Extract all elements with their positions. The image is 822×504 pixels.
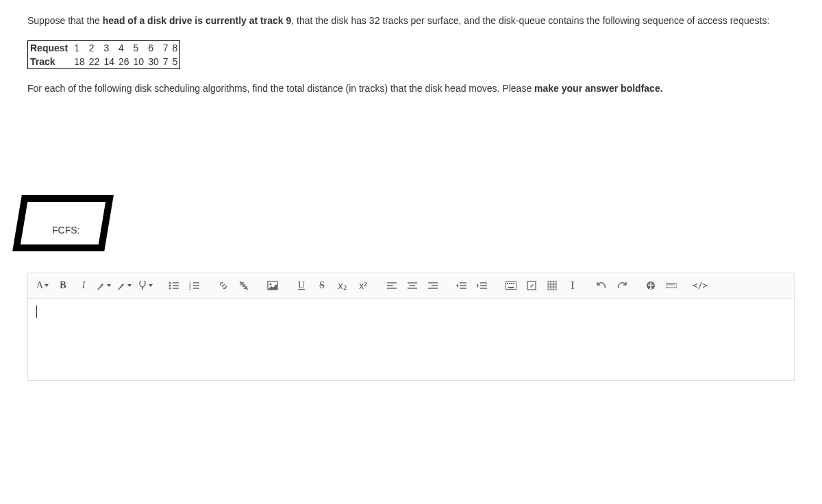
image-button[interactable]: [262, 276, 283, 295]
superscript-button[interactable]: x²: [353, 276, 373, 295]
spacer: [27, 96, 795, 192]
svg-rect-32: [507, 283, 508, 284]
bullet-list-icon: [169, 281, 179, 290]
align-left-icon: [387, 281, 397, 290]
clear-formatting-button[interactable]: [135, 276, 155, 295]
highlight-color-button[interactable]: [114, 276, 135, 295]
subscript-button[interactable]: x₂: [332, 276, 353, 295]
svg-point-4: [169, 285, 171, 287]
indent-button[interactable]: [472, 276, 493, 295]
strike-label: S: [319, 280, 325, 291]
align-center-button[interactable]: [402, 276, 423, 295]
request-track-table: Request 1 2 3 4 5 6 7 8 Track 18 22 14 2…: [27, 40, 180, 69]
question-intro: Suppose that the head of a disk drive is…: [27, 14, 795, 28]
table-icon: [547, 281, 557, 290]
table-row: Request 1 2 3 4 5 6 7 8: [28, 41, 180, 55]
outdent-icon: [456, 281, 467, 290]
undo-button[interactable]: [591, 276, 612, 295]
intro-post: , that the disk has 32 tracks per surfac…: [291, 15, 769, 26]
subscript-label: x₂: [338, 280, 347, 291]
unordered-list-button[interactable]: [164, 276, 184, 295]
align-center-icon: [408, 281, 417, 290]
svg-point-15: [270, 284, 272, 286]
indent-icon: [477, 281, 488, 290]
redo-button[interactable]: [612, 276, 632, 295]
fcfs-label: FCFS:: [52, 225, 79, 236]
unlink-button[interactable]: [234, 276, 254, 295]
request-cell: 6: [146, 41, 161, 55]
align-right-icon: [428, 281, 438, 290]
edit-icon: [527, 281, 536, 290]
link-button[interactable]: [213, 276, 234, 295]
instruction-text: For each of the following disk schedulin…: [27, 81, 795, 96]
question-panel: Suppose that the head of a disk drive is…: [0, 0, 822, 267]
accessibility-button[interactable]: [640, 276, 661, 295]
align-left-button[interactable]: [382, 276, 402, 295]
instruction-pre: For each of the following disk schedulin…: [27, 83, 534, 94]
html-source-button[interactable]: </>: [690, 276, 710, 295]
svg-point-6: [169, 288, 171, 290]
chevron-down-icon: [149, 284, 153, 287]
code-label: </>: [693, 281, 708, 290]
font-family-label: A: [36, 280, 43, 291]
track-cell: 5: [171, 55, 180, 69]
svg-point-0: [140, 281, 145, 287]
request-cell: 3: [101, 41, 116, 55]
ruler-button[interactable]: [661, 276, 682, 295]
request-cell: 5: [132, 41, 147, 55]
cursor-button[interactable]: I: [562, 276, 583, 295]
keyboard-icon: [506, 281, 516, 290]
track-cell: 22: [87, 55, 102, 69]
editor-toolbar: A B I: [27, 273, 795, 299]
font-family-button[interactable]: A: [32, 276, 53, 295]
track-cell: 26: [116, 55, 132, 69]
edit-button[interactable]: [521, 276, 542, 295]
ruler-icon: [666, 282, 677, 289]
intro-bold: head of a disk drive is currently at tra…: [103, 15, 291, 26]
track-cell: 14: [101, 55, 116, 69]
request-cell: 1: [72, 41, 87, 55]
answer-label-block: FCFS:: [12, 192, 795, 253]
highlight-box-icon: [12, 192, 115, 253]
brush-icon: [118, 281, 126, 290]
cursor-label: I: [571, 279, 574, 292]
request-cell: 4: [116, 41, 132, 55]
table-header-request: Request: [28, 41, 73, 55]
track-cell: 10: [132, 55, 147, 69]
redo-icon: [616, 281, 627, 290]
svg-rect-33: [509, 283, 510, 284]
table-header-track: Track: [28, 55, 73, 69]
text-color-button[interactable]: [94, 276, 114, 295]
undo-icon: [596, 281, 607, 290]
italic-button[interactable]: I: [73, 276, 94, 295]
table-row: Track 18 22 14 26 10 30 7 5: [28, 55, 180, 69]
strikethrough-button[interactable]: S: [312, 276, 332, 295]
track-cell: 7: [161, 55, 171, 69]
editor-body[interactable]: [27, 299, 795, 381]
request-cell: 8: [171, 41, 180, 55]
bold-button[interactable]: B: [53, 276, 73, 295]
svg-rect-45: [666, 284, 677, 288]
underline-button[interactable]: U: [291, 276, 312, 295]
unlink-icon: [238, 280, 249, 291]
italic-label: I: [82, 280, 86, 291]
clear-format-icon: [138, 281, 147, 290]
text-cursor: [36, 305, 37, 318]
intro-pre: Suppose that the: [27, 15, 103, 26]
svg-rect-38: [548, 281, 556, 290]
outdent-button[interactable]: [451, 276, 472, 295]
svg-rect-35: [513, 283, 514, 284]
align-right-button[interactable]: [423, 276, 443, 295]
chevron-down-icon: [127, 284, 132, 287]
track-cell: 18: [72, 55, 87, 69]
ordered-list-button[interactable]: 1 2 3: [184, 276, 205, 295]
table-button[interactable]: [542, 276, 562, 295]
brush-icon: [97, 281, 105, 290]
svg-point-2: [169, 282, 171, 284]
request-cell: 7: [161, 41, 171, 55]
keyboard-button[interactable]: [501, 276, 521, 295]
bold-label: B: [60, 280, 66, 291]
accessibility-icon: [646, 281, 656, 290]
svg-rect-36: [508, 287, 514, 288]
link-icon: [218, 280, 229, 291]
